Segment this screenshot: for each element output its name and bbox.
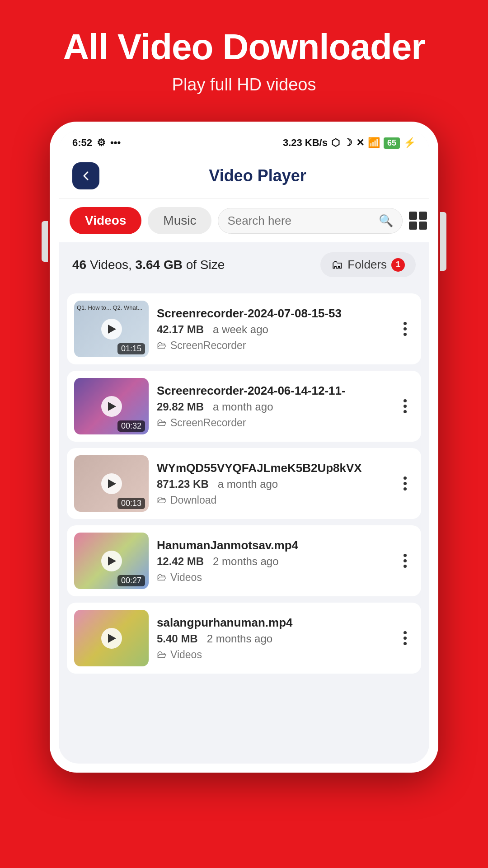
folder-name: ScreenRecorder xyxy=(170,340,246,352)
search-icon: 🔍 xyxy=(379,214,393,228)
status-left: 6:52 ⚙ ••• xyxy=(72,137,121,149)
folder-name: Download xyxy=(170,494,216,506)
moon-icon: ☽ xyxy=(343,137,352,149)
video-name: HanumanJanmotsav.mp4 xyxy=(157,538,388,552)
video-age: a week ago xyxy=(213,323,268,335)
back-arrow-icon xyxy=(80,170,92,182)
video-size: 42.17 MB xyxy=(157,323,204,335)
battery-indicator: 65 xyxy=(384,137,400,149)
video-folder: 🗁 ScreenRecorder xyxy=(157,417,388,429)
video-info: Screenrecorder-2024-06-14-12-11- 29.82 M… xyxy=(157,384,388,429)
video-list-item[interactable]: Q1. How to... Q2. What... 01:15 Screenre… xyxy=(67,293,421,364)
video-thumbnail: 00:27 xyxy=(74,533,149,589)
status-dots: ••• xyxy=(110,137,121,149)
video-count: 46 xyxy=(72,258,86,272)
settings-icon: ⚙ xyxy=(97,137,106,149)
video-duration: 00:27 xyxy=(117,575,145,586)
dot-3 xyxy=(404,565,407,568)
grid-view-button[interactable] xyxy=(409,208,427,233)
folder-name: ScreenRecorder xyxy=(170,417,246,429)
more-options-button[interactable] xyxy=(396,320,414,338)
video-meta: 29.82 MB a month ago xyxy=(157,401,388,413)
bluetooth-icon: ⬡ xyxy=(331,137,340,149)
video-folder: 🗁 Videos xyxy=(157,649,388,661)
dot-3 xyxy=(404,487,407,491)
folder-icon-small: 🗁 xyxy=(157,649,167,660)
video-count-label: 46 Videos, 3.64 GB of Size xyxy=(72,258,225,272)
play-button[interactable] xyxy=(101,473,122,494)
search-input[interactable] xyxy=(227,214,374,228)
video-list-item[interactable]: 00:13 WYmQD55VYQFAJLmeK5B2Up8kVX 871.23 … xyxy=(67,448,421,519)
header-section: All Video Downloader Play full HD videos xyxy=(0,0,488,108)
thumb-overlay-text: Q1. How to... Q2. What... xyxy=(77,304,142,312)
folder-icon-small: 🗁 xyxy=(157,494,167,506)
video-info: HanumanJanmotsav.mp4 12.42 MB 2 months a… xyxy=(157,538,388,584)
power-button-right xyxy=(440,212,446,271)
video-size: 12.42 MB xyxy=(157,555,204,567)
video-folder: 🗁 Videos xyxy=(157,571,388,584)
video-thumbnail: 00:32 xyxy=(74,378,149,434)
total-size: 3.64 GB xyxy=(136,258,183,272)
dot-3 xyxy=(404,410,407,413)
folder-icon: 🗂 xyxy=(331,258,343,272)
folder-icon-small: 🗁 xyxy=(157,340,167,351)
video-duration: 00:13 xyxy=(117,498,145,509)
video-folder: 🗁 Download xyxy=(157,494,388,506)
folders-label: Folders xyxy=(347,258,387,272)
network-speed: 3.23 KB/s xyxy=(283,137,328,149)
dot-1 xyxy=(404,631,407,634)
status-bar: 6:52 ⚙ ••• 3.23 KB/s ⬡ ☽ ✕ 📶 65 ⚡ xyxy=(59,131,429,153)
charge-icon: ⚡ xyxy=(404,137,416,149)
video-age: 2 months ago xyxy=(207,632,272,645)
more-options-button[interactable] xyxy=(396,475,414,492)
folders-button[interactable]: 🗂 Folders 1 xyxy=(320,252,416,277)
video-thumbnail: 00:13 xyxy=(74,455,149,512)
back-button[interactable] xyxy=(72,162,99,189)
video-duration: 01:15 xyxy=(117,343,145,354)
tab-videos[interactable]: Videos xyxy=(70,207,141,234)
video-size: 871.23 KB xyxy=(157,478,209,490)
video-list-item[interactable]: salangpurhanuman.mp4 5.40 MB 2 months ag… xyxy=(67,603,421,674)
video-list-item[interactable]: 00:27 HanumanJanmotsav.mp4 12.42 MB 2 mo… xyxy=(67,525,421,596)
more-options-button[interactable] xyxy=(396,629,414,647)
grid-icon xyxy=(409,212,427,230)
video-duration: 00:32 xyxy=(117,420,145,432)
video-info: Screenrecorder-2024-07-08-15-53 42.17 MB… xyxy=(157,307,388,352)
folder-name: Videos xyxy=(170,649,202,661)
play-button[interactable] xyxy=(101,396,122,417)
folders-badge: 1 xyxy=(391,258,405,272)
dot-2 xyxy=(404,327,407,330)
dot-2 xyxy=(404,559,407,562)
app-subheadline: Play full HD videos xyxy=(18,75,470,94)
play-button[interactable] xyxy=(101,551,122,571)
dot-2 xyxy=(404,637,407,640)
video-name: salangpurhanuman.mp4 xyxy=(157,616,388,630)
video-name: Screenrecorder-2024-06-14-12-11- xyxy=(157,384,388,398)
video-name: Screenrecorder-2024-07-08-15-53 xyxy=(157,307,388,321)
search-box[interactable]: 🔍 xyxy=(218,208,403,234)
video-meta: 871.23 KB a month ago xyxy=(157,478,388,491)
wifi-icon: 📶 xyxy=(368,137,380,149)
video-list: Q1. How to... Q2. What... 01:15 Screenre… xyxy=(59,287,429,680)
video-list-item[interactable]: 00:32 Screenrecorder-2024-06-14-12-11- 2… xyxy=(67,371,421,442)
video-meta: 12.42 MB 2 months ago xyxy=(157,555,388,568)
play-button[interactable] xyxy=(101,319,122,340)
video-info: salangpurhanuman.mp4 5.40 MB 2 months ag… xyxy=(157,616,388,661)
folder-icon-small: 🗁 xyxy=(157,571,167,583)
status-right: 3.23 KB/s ⬡ ☽ ✕ 📶 65 ⚡ xyxy=(283,137,416,149)
dot-2 xyxy=(404,405,407,408)
status-time: 6:52 xyxy=(72,137,92,149)
more-options-button[interactable] xyxy=(396,397,414,415)
phone-inner: 6:52 ⚙ ••• 3.23 KB/s ⬡ ☽ ✕ 📶 65 ⚡ Video … xyxy=(59,131,429,764)
play-button[interactable] xyxy=(101,628,122,649)
dot-3 xyxy=(404,642,407,645)
video-folder: 🗁 ScreenRecorder xyxy=(157,340,388,352)
app-bar: Video Player xyxy=(59,153,429,199)
more-options-button[interactable] xyxy=(396,552,414,570)
video-age: 2 months ago xyxy=(213,555,278,567)
video-info: WYmQD55VYQFAJLmeK5B2Up8kVX 871.23 KB a m… xyxy=(157,461,388,506)
folder-icon-small: 🗁 xyxy=(157,417,167,429)
volume-button-left xyxy=(42,221,48,262)
video-age: a month ago xyxy=(213,401,273,413)
tab-music[interactable]: Music xyxy=(148,207,211,234)
